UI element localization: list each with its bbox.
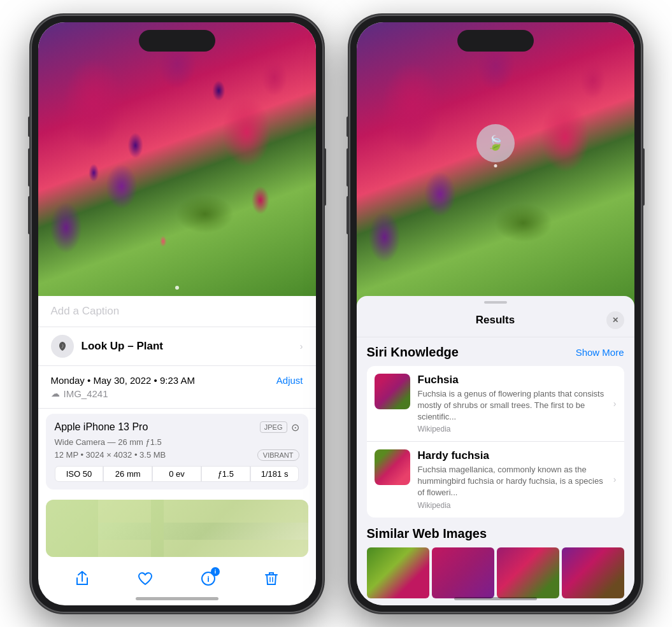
delete-button[interactable]	[257, 565, 285, 593]
fuchsia-desc: Fuchsia is a genus of flowering plants t…	[418, 388, 606, 423]
sheet-handle	[484, 301, 507, 304]
siri-leaf-icon: 🍃	[487, 135, 504, 151]
left-phone-screen: Add a Caption Look Up – Plant › Monday •…	[38, 22, 316, 605]
results-header: Results ✕	[357, 311, 634, 337]
caption-placeholder[interactable]: Add a Caption	[51, 305, 120, 317]
siri-knowledge-title: Siri Knowledge	[367, 345, 459, 360]
vibrant-badge: VIBRANT	[257, 449, 299, 461]
volume-up-button-right[interactable]	[347, 148, 349, 187]
exif-iso: ISO 50	[55, 466, 104, 482]
chevron-right-icon: ›	[300, 341, 303, 351]
similar-section: Similar Web Images	[367, 526, 624, 598]
meta-section: Monday • May 30, 2022 • 9:23 AM Adjust ☁…	[38, 366, 316, 409]
power-button[interactable]	[324, 148, 326, 206]
fuchsia-source: Wikipedia	[418, 425, 606, 433]
mp-details: 12 MP • 3024 × 4032 • 3.5 MB	[55, 450, 166, 460]
right-phone-screen: 🍃 Results ✕ Siri Knowledge Show More	[357, 22, 634, 605]
similar-image-2[interactable]	[432, 547, 494, 598]
power-button-right[interactable]	[642, 148, 645, 206]
exif-ev: 0 ev	[152, 466, 201, 482]
exif-shutter: 1/181 s	[250, 466, 299, 482]
exif-aperture: ƒ1.5	[201, 466, 250, 482]
jpeg-badge: JPEG	[260, 421, 287, 433]
similar-image-3[interactable]	[497, 547, 559, 598]
knowledge-card: Fuchsia Fuchsia is a genus of flowering …	[367, 366, 624, 518]
hardy-thumbnail	[375, 449, 410, 485]
device-section-wrapper: Apple iPhone 13 Pro JPEG ⊙ Wide Camera —…	[38, 409, 316, 490]
hardy-name: Hardy fuchsia	[418, 449, 606, 462]
info-button[interactable]: i i	[194, 565, 222, 593]
photo-date: Monday • May 30, 2022 • 9:23 AM	[51, 375, 195, 386]
similar-title: Similar Web Images	[367, 526, 624, 541]
fuchsia-chevron-icon: ›	[613, 398, 617, 409]
results-content: Siri Knowledge Show More Fuchsia Fuchsia…	[357, 337, 634, 605]
knowledge-item-hardy[interactable]: Hardy fuchsia Fuchsia magellanica, commo…	[367, 442, 624, 518]
left-phone: Add a Caption Look Up – Plant › Monday •…	[31, 15, 324, 613]
favorite-button[interactable]	[131, 565, 159, 593]
similar-image-4[interactable]	[562, 547, 624, 598]
results-title: Results	[385, 314, 606, 327]
mute-button-right[interactable]	[347, 116, 349, 137]
fuchsia-name: Fuchsia	[418, 374, 606, 386]
adjust-button[interactable]: Adjust	[276, 375, 303, 386]
similar-image-1[interactable]	[367, 547, 429, 598]
map-section-wrapper	[38, 490, 316, 557]
lens-icon: ⊙	[291, 421, 299, 433]
share-button[interactable]	[68, 565, 96, 593]
cloud-icon: ☁	[51, 388, 60, 398]
lookup-row[interactable]: Look Up – Plant ›	[38, 327, 316, 366]
right-phone: 🍃 Results ✕ Siri Knowledge Show More	[349, 15, 642, 613]
exif-mm: 26 mm	[103, 466, 152, 482]
hardy-desc: Fuchsia magellanica, commonly known as t…	[418, 464, 606, 499]
volume-down-button-right[interactable]	[347, 196, 349, 234]
map-preview[interactable]	[46, 500, 308, 557]
camera-details: Wide Camera — 26 mm ƒ1.5	[55, 437, 299, 447]
dynamic-island	[139, 30, 215, 52]
svg-text:i: i	[207, 574, 210, 584]
siri-dot	[494, 164, 497, 167]
caption-area[interactable]: Add a Caption	[38, 296, 316, 327]
home-bar-right	[454, 597, 537, 600]
flower-photo[interactable]	[38, 22, 316, 296]
lookup-label: Look Up – Plant	[82, 340, 163, 353]
device-name: Apple iPhone 13 Pro	[55, 421, 148, 433]
fuchsia-thumbnail	[375, 374, 410, 409]
bottom-toolbar: i i	[38, 565, 316, 593]
hardy-source: Wikipedia	[418, 501, 606, 510]
knowledge-item-fuchsia[interactable]: Fuchsia Fuchsia is a genus of flowering …	[367, 366, 624, 442]
photo-dot-indicator	[175, 286, 179, 290]
hardy-info: Hardy fuchsia Fuchsia magellanica, commo…	[418, 449, 606, 510]
results-sheet: Results ✕ Siri Knowledge Show More Fuchs…	[357, 296, 634, 605]
siri-visual-lookup-button[interactable]: 🍃	[476, 124, 515, 162]
volume-up-button[interactable]	[28, 148, 31, 187]
close-button[interactable]: ✕	[606, 311, 624, 329]
similar-images-grid	[367, 547, 624, 598]
filename: IMG_4241	[64, 388, 108, 399]
dynamic-island-right	[457, 30, 534, 52]
home-bar-left	[136, 597, 218, 600]
lookup-icon	[51, 335, 74, 358]
flower-photo-right[interactable]: 🍃	[357, 22, 634, 309]
mute-button[interactable]	[28, 116, 31, 137]
siri-knowledge-header: Siri Knowledge Show More	[367, 345, 624, 360]
hardy-chevron-icon: ›	[613, 474, 617, 484]
fuchsia-info: Fuchsia Fuchsia is a genus of flowering …	[418, 374, 606, 434]
info-badge: i	[211, 567, 220, 576]
device-card: Apple iPhone 13 Pro JPEG ⊙ Wide Camera —…	[46, 414, 308, 490]
volume-down-button[interactable]	[28, 196, 31, 234]
show-more-button[interactable]: Show More	[576, 347, 624, 358]
